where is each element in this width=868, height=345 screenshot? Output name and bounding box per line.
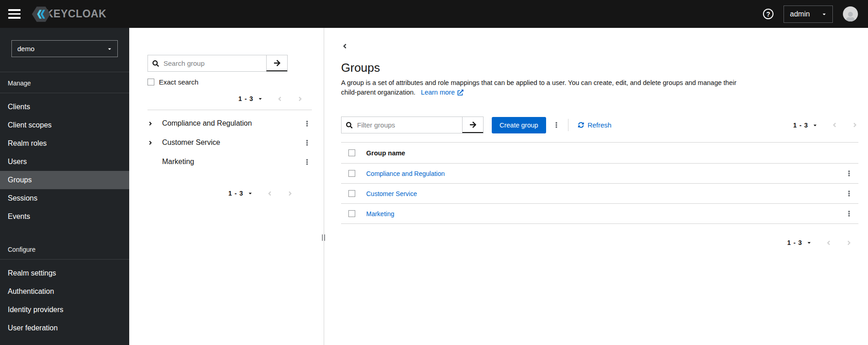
kebab-icon [555,122,558,128]
avatar[interactable] [843,6,858,21]
sidebar-item-users[interactable]: Users [0,153,129,171]
group-link[interactable]: Customer Service [366,190,417,197]
external-link-icon [458,90,463,96]
masthead: KEYCLOAK ? admin [0,0,868,28]
pagination-prev-button[interactable] [266,190,273,197]
table-pagination-bottom: 1 - 3 [341,239,858,246]
kebab-icon [306,159,308,165]
learn-more-link[interactable]: Learn more [421,88,463,97]
sidebar-item-user-federation[interactable]: User federation [0,319,129,337]
filter-submit-button[interactable] [462,117,483,133]
tree-item[interactable]: Compliance and Regulation [147,114,312,133]
sidebar-item-identity-providers[interactable]: Identity providers [0,301,129,319]
pagination-options-toggle[interactable] [258,96,263,101]
pagination-range: 1 - 3 [787,239,802,246]
nav-toggle-button[interactable] [8,9,21,19]
kebab-icon [848,190,850,197]
tree-item[interactable]: Customer Service [147,133,312,152]
caret-down-icon [822,12,826,16]
sidebar-item-authentication[interactable]: Authentication [0,282,129,301]
pagination-range: 1 - 3 [228,190,243,197]
groups-table: Group name Compliance and Regulation Cus… [341,142,858,224]
keycloak-hexagon-icon [32,5,51,24]
sidebar-item-events[interactable]: Events [0,207,129,226]
kebab-icon [848,170,850,177]
search-icon [148,55,163,71]
tree-pagination-bottom: 1 - 3 [147,190,312,197]
toolbar-kebab-menu-button[interactable] [552,120,561,130]
kebab-menu-button[interactable] [302,157,312,167]
tree-item[interactable]: Marketing [147,152,312,171]
create-group-button[interactable]: Create group [492,117,546,133]
expand-chevron-icon[interactable] [147,121,162,127]
row-checkbox[interactable] [348,190,355,197]
pagination-next-button[interactable] [852,122,858,128]
tree-search-group [147,55,288,72]
tree-search-input[interactable] [163,55,266,71]
sidebar-item-clients[interactable]: Clients [0,98,129,116]
table-row: Customer Service [341,184,858,204]
kebab-menu-button[interactable] [844,208,854,219]
pagination-options-toggle[interactable] [813,123,817,127]
sidebar-item-groups[interactable]: Groups [0,171,129,189]
realm-selector[interactable]: demo [11,40,118,57]
collapse-panel-button[interactable] [339,42,350,51]
sidebar-item-realm-roles[interactable]: Realm roles [0,134,129,153]
row-checkbox[interactable] [348,170,355,177]
pagination-next-button[interactable] [846,239,852,246]
angle-right-icon [297,96,304,102]
sidebar-item-realm-settings[interactable]: Realm settings [0,264,129,282]
brand-text: KEYCLOAK [46,8,106,20]
refresh-button[interactable]: Refresh [578,121,612,129]
search-icon [342,117,357,133]
kebab-menu-button[interactable] [844,168,854,179]
sidebar-item-client-scopes[interactable]: Client scopes [0,116,129,134]
panel-resize-handle[interactable] [322,234,325,241]
group-link[interactable]: Compliance and Regulation [366,170,445,177]
tree-item-label[interactable]: Marketing [162,158,194,166]
select-all-checkbox[interactable] [348,149,355,156]
help-icon[interactable]: ? [763,9,773,19]
angle-right-icon [287,190,294,197]
tree-pagination-top: 1 - 3 [147,95,312,102]
pagination-next-button[interactable] [297,96,304,102]
groups-toolbar: Create group Refresh 1 - 3 [341,117,858,133]
refresh-icon [578,122,584,128]
sidebar-section-configure: Configure [0,239,129,259]
realm-selector-label: demo [17,45,35,53]
caret-down-icon [813,123,817,127]
kebab-menu-button[interactable] [844,188,854,199]
table-pagination-top: 1 - 3 [793,122,858,129]
caret-down-icon [258,96,263,101]
table-row: Compliance and Regulation [341,164,858,184]
table-header-row: Group name [341,142,858,164]
divider [0,259,129,260]
page-title: Groups [341,61,858,75]
exact-search-checkbox[interactable] [147,79,154,85]
arrow-right-icon [274,59,281,67]
user-dropdown[interactable]: admin [784,5,833,23]
sidebar-item-sessions[interactable]: Sessions [0,189,129,207]
pagination-prev-button[interactable] [276,96,283,102]
pagination-next-button[interactable] [287,190,294,197]
filter-group [341,117,484,133]
table-row: Marketing [341,204,858,224]
kebab-menu-button[interactable] [302,138,312,148]
groups-description: A group is a set of attributes and role … [341,78,858,97]
filter-groups-input[interactable] [357,117,462,133]
tree-item-label[interactable]: Customer Service [162,138,220,147]
caret-down-icon [107,47,112,51]
group-link[interactable]: Marketing [366,210,394,218]
user-dropdown-label: admin [790,10,810,18]
kebab-menu-button[interactable] [302,118,312,129]
user-icon [846,12,855,21]
angle-right-icon [852,122,858,128]
pagination-options-toggle[interactable] [807,240,811,245]
pagination-prev-button[interactable] [825,239,832,246]
tree-search-submit-button[interactable] [266,55,287,71]
pagination-options-toggle[interactable] [248,191,253,196]
pagination-prev-button[interactable] [831,122,838,128]
row-checkbox[interactable] [348,210,355,217]
tree-item-label[interactable]: Compliance and Regulation [162,119,252,127]
expand-chevron-icon[interactable] [147,140,162,146]
